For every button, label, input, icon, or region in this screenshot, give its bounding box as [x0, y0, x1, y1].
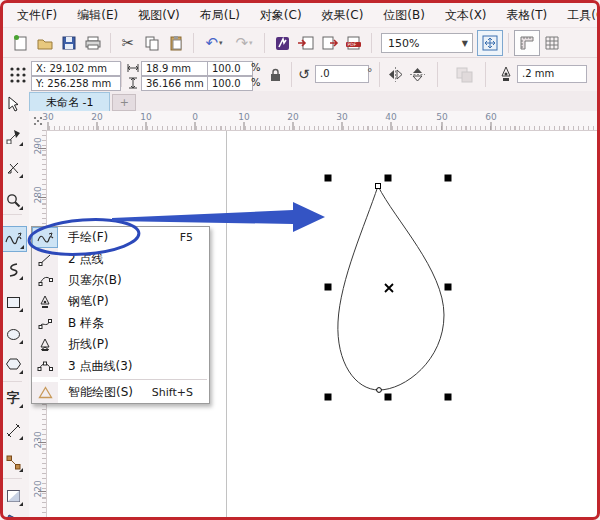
page-edge-line: [226, 131, 227, 517]
object-center-marker[interactable]: [385, 284, 393, 292]
polygon-tool[interactable]: [1, 352, 25, 376]
zoom-level-combo[interactable]: 150% ▼: [381, 33, 473, 53]
magnifier-icon: [6, 193, 21, 208]
dimension-tool[interactable]: [1, 418, 25, 442]
selected-teardrop-object[interactable]: [315, 165, 461, 411]
h-ruler-label: 0: [192, 112, 198, 122]
ellipse-icon: [6, 328, 21, 341]
combine-objects-button[interactable]: [455, 66, 475, 86]
menu-item-label: B 样条: [58, 315, 104, 332]
cut-button[interactable]: ✂: [116, 31, 140, 55]
menu-object[interactable]: 对象(C): [250, 4, 312, 27]
undo-dropdown-icon: ▾: [219, 39, 223, 47]
zoom-level-value: 150%: [388, 37, 419, 50]
h-ruler-label: 10: [238, 112, 249, 122]
import-button[interactable]: [294, 31, 318, 55]
plus-icon: +: [120, 97, 129, 108]
menu-item-smart-drawing[interactable]: 智能绘图(S) Shift+S: [32, 382, 209, 403]
propbar-separator: [485, 62, 486, 87]
text-tool[interactable]: 字: [1, 386, 25, 410]
menu-item-bezier[interactable]: 贝塞尔(B): [32, 270, 209, 291]
app-launcher-button[interactable]: [270, 31, 294, 55]
paste-button[interactable]: [164, 31, 188, 55]
text-tool-glyph: 字: [7, 389, 20, 407]
redo-button[interactable]: ↷▾: [229, 31, 259, 55]
rectangle-tool[interactable]: [1, 290, 25, 314]
toolbar-separator: [264, 33, 265, 53]
menu-item-3point-curve[interactable]: 3 点曲线(3): [32, 355, 209, 376]
freehand-tool[interactable]: [0, 226, 27, 252]
scale-v-field[interactable]: 100.0: [207, 76, 253, 91]
end-node[interactable]: [377, 388, 382, 393]
fullscreen-preview-button[interactable]: [477, 30, 503, 56]
toolbar-separator: [371, 33, 372, 53]
publish-pdf-button[interactable]: PDF: [342, 31, 366, 55]
ellipse-tool[interactable]: [1, 322, 25, 346]
import-icon: [297, 35, 315, 51]
menu-view[interactable]: 视图(V): [128, 4, 190, 27]
object-height-field[interactable]: 36.166 mm: [141, 76, 209, 91]
object-width-field[interactable]: 18.9 mm: [141, 61, 209, 76]
rotate-icon: ↺: [298, 66, 310, 82]
mirror-horizontal-button[interactable]: [387, 66, 404, 85]
menu-item-pen[interactable]: 钢笔(P): [32, 291, 209, 312]
menu-item-bspline[interactable]: B 样条: [32, 313, 209, 334]
new-tab-button[interactable]: +: [112, 94, 136, 111]
pdf-icon: PDF: [345, 35, 363, 51]
open-button[interactable]: [33, 31, 57, 55]
show-grid-button[interactable]: [540, 31, 564, 55]
crop-tool[interactable]: [1, 156, 25, 180]
connector-icon: [6, 455, 21, 470]
mirror-horizontal-icon: [387, 66, 404, 83]
fill-tool[interactable]: [1, 508, 25, 520]
horizontal-ruler[interactable]: 30 20 10 0 10 20 30 40 50 60: [46, 111, 597, 131]
scale-h-field[interactable]: 100.0: [207, 61, 253, 76]
start-node[interactable]: [376, 184, 381, 189]
shape-tool[interactable]: [1, 124, 25, 148]
menu-edit[interactable]: 编辑(E): [67, 4, 128, 27]
menu-item-polyline[interactable]: 折线(P): [32, 334, 209, 355]
redo-dropdown-icon: ▾: [249, 39, 253, 47]
property-bar: X: 29.102 mm Y: 256.258 mm 18.9 mm 36.16…: [3, 57, 597, 93]
artistic-media-tool[interactable]: [1, 258, 25, 282]
menu-file[interactable]: 文件(F): [7, 4, 67, 27]
menu-text[interactable]: 文本(X): [435, 4, 497, 27]
mirror-vertical-button[interactable]: [409, 66, 426, 85]
toolbox-separator: [3, 381, 22, 382]
connector-tool[interactable]: [1, 450, 25, 474]
menu-item-label: 智能绘图(S): [58, 384, 133, 401]
lock-icon: [269, 67, 282, 82]
menu-effects[interactable]: 效果(C): [312, 4, 374, 27]
redo-icon: ↷: [235, 36, 248, 51]
teardrop-curve[interactable]: [338, 186, 444, 390]
transparency-tool[interactable]: [1, 484, 25, 508]
save-button[interactable]: [57, 31, 81, 55]
rotation-angle-field[interactable]: .0: [315, 65, 369, 83]
document-tab[interactable]: 未命名 -1: [29, 92, 110, 111]
outline-width-field[interactable]: .2 mm: [517, 65, 587, 83]
position-y-field[interactable]: Y: 256.258 mm: [31, 76, 121, 91]
menu-tools[interactable]: 工具(O): [557, 4, 600, 27]
show-rulers-button[interactable]: [514, 30, 540, 56]
freehand-icon: [5, 232, 22, 246]
print-button[interactable]: [81, 31, 105, 55]
toolbar-separator: [110, 33, 111, 53]
propbar-separator: [291, 62, 292, 87]
export-button[interactable]: [318, 31, 342, 55]
rectangle-icon: [6, 296, 21, 309]
menu-layout[interactable]: 布局(L): [190, 4, 250, 27]
copy-button[interactable]: [140, 31, 164, 55]
pick-tool[interactable]: [1, 92, 25, 116]
menu-table[interactable]: 表格(T): [497, 4, 558, 27]
grid-icon: [544, 35, 560, 51]
undo-button[interactable]: ↶▾: [199, 31, 229, 55]
position-x-field[interactable]: X: 29.102 mm: [31, 61, 121, 76]
new-document-button[interactable]: [9, 31, 33, 55]
bspline-icon: [38, 317, 53, 330]
polygon-icon: [6, 357, 21, 371]
menu-bitmaps[interactable]: 位图(B): [373, 4, 435, 27]
lock-ratio-button[interactable]: [269, 67, 282, 84]
zoom-tool[interactable]: [1, 188, 25, 212]
propbar-separator: [121, 62, 122, 87]
h-ruler-label: 20: [287, 112, 298, 122]
